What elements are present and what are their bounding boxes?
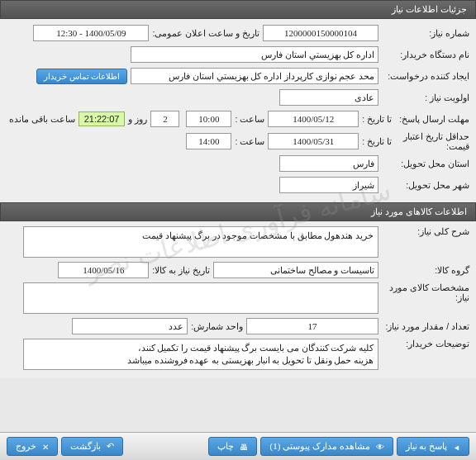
days-remaining-input[interactable] <box>150 111 179 127</box>
hour-label-1: ساعت : <box>231 114 268 124</box>
unit-label: واحد شمارش: <box>188 321 246 331</box>
buyer-input[interactable] <box>131 46 378 63</box>
priority-label: اولویت نیاز : <box>378 92 469 102</box>
min-valid-date-input[interactable] <box>268 133 359 149</box>
deadline-time-input[interactable] <box>186 111 231 127</box>
close-icon <box>40 442 49 452</box>
until-date-label-2: تا تاریخ : <box>359 136 395 146</box>
unit-input[interactable] <box>72 318 188 334</box>
qty-input[interactable] <box>246 318 378 334</box>
spec-label: مشخصات کالای مورد نیاز: <box>378 282 469 302</box>
section-header-goods: اطلاعات کالاهای مورد نیاز <box>0 202 476 221</box>
days-and-label: روز و <box>125 114 150 124</box>
need-number-label: شماره نیاز: <box>378 28 469 38</box>
province-input[interactable] <box>279 155 378 172</box>
desc-label: شرح کلی نیاز: <box>378 226 469 236</box>
until-date-label-1: تا تاریخ : <box>359 114 395 124</box>
notes-label: توضیحات خریدار: <box>378 339 469 349</box>
priority-input[interactable] <box>279 89 378 106</box>
hour-label-2: ساعت : <box>231 136 268 146</box>
attachments-button[interactable]: مشاهده مدارک پیوستی (1) <box>260 437 393 456</box>
form-section-1: شماره نیاز: تاریخ و ساعت اعلان عمومی: نا… <box>0 19 476 202</box>
contact-buyer-button[interactable]: اطلاعات تماس خریدار <box>36 69 127 84</box>
print-button[interactable]: چاپ <box>208 437 257 456</box>
announce-datetime-input[interactable] <box>33 25 149 41</box>
form-section-2: شرح کلی نیاز: گروه کالا: تاریخ نیاز به ک… <box>0 221 476 378</box>
remain-label: ساعت باقی مانده <box>6 114 79 124</box>
exit-button-label: خروج <box>16 441 36 452</box>
section-header-details: جزئیات اطلاعات نیاز <box>0 0 476 19</box>
buyer-label: نام دستگاه خریدار: <box>378 50 469 59</box>
announce-label: تاریخ و ساعت اعلان عمومی: <box>149 28 263 38</box>
back-icon <box>104 441 114 452</box>
city-label: شهر محل تحویل: <box>378 180 469 190</box>
back-button[interactable]: بازگشت <box>61 437 123 456</box>
back-button-label: بازگشت <box>70 441 101 452</box>
respond-button-label: پاسخ به نیاز <box>406 441 448 452</box>
need-date-label: تاریخ نیاز به کالا: <box>149 265 213 275</box>
need-number-input[interactable] <box>263 25 378 41</box>
print-button-label: چاپ <box>217 441 234 452</box>
time-remaining-badge: 21:22:07 <box>79 111 126 126</box>
province-label: استان محل تحویل: <box>378 159 469 168</box>
print-icon <box>237 442 248 452</box>
spec-textarea[interactable] <box>23 282 378 314</box>
arrow-icon <box>450 442 460 452</box>
notes-textarea[interactable] <box>23 339 378 370</box>
group-label: گروه کالا: <box>378 265 469 275</box>
deadline-date-input[interactable] <box>268 111 359 127</box>
deadline-label: مهلت ارسال پاسخ: <box>395 114 469 124</box>
qty-label: تعداد / مقدار مورد نیاز: <box>378 321 469 331</box>
need-date-input[interactable] <box>58 262 149 278</box>
min-valid-label: حداقل تاریخ اعتبار قیمت: <box>395 131 469 151</box>
requester-label: ایجاد کننده درخواست: <box>378 71 469 81</box>
exit-button[interactable]: خروج <box>7 437 58 456</box>
group-input[interactable] <box>213 262 378 278</box>
city-input[interactable] <box>279 177 378 193</box>
min-valid-time-input[interactable] <box>186 133 231 149</box>
desc-textarea[interactable] <box>23 226 378 258</box>
footer-toolbar: پاسخ به نیاز مشاهده مدارک پیوستی (1) چاپ… <box>0 432 476 460</box>
eye-icon <box>374 442 384 452</box>
attachments-button-label: مشاهده مدارک پیوستی (1) <box>269 441 369 452</box>
requester-input[interactable] <box>131 68 378 84</box>
respond-button[interactable]: پاسخ به نیاز <box>397 437 469 456</box>
